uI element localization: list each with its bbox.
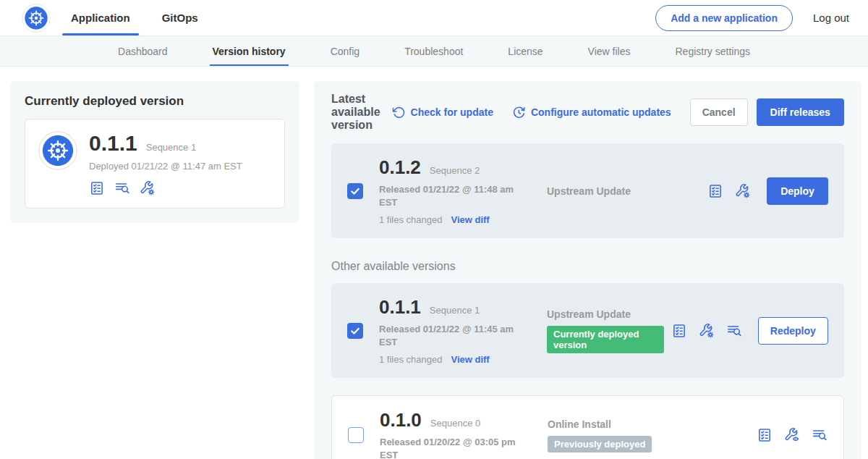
- deployed-timestamp: Deployed 01/21/22 @ 11:47 am EST: [89, 161, 242, 172]
- version-row-0-1-1: 0.1.1 Sequence 1 Released 01/21/22 @ 11:…: [331, 283, 844, 378]
- deployed-version-number: 0.1.1: [89, 131, 137, 156]
- edit-config-icon[interactable]: [140, 180, 156, 196]
- app-icon: [38, 131, 77, 170]
- deployed-sequence-label: Sequence 1: [146, 142, 196, 153]
- tab-application[interactable]: Application: [71, 0, 130, 35]
- main-content: Currently deployed version 0.1.1 Sequenc…: [0, 67, 868, 459]
- tab-gitops[interactable]: GitOps: [162, 0, 198, 35]
- version-row-0-1-0: 0.1.0 Sequence 0 Released 01/20/22 @ 03:…: [331, 395, 844, 459]
- version-actions: [757, 427, 827, 443]
- source-label: Upstream Update: [547, 185, 700, 197]
- version-source: Upstream Update Currently deployed versi…: [547, 308, 671, 353]
- version-source: Online Install Previously deployed: [548, 418, 757, 452]
- logout-link[interactable]: Log out: [813, 12, 849, 24]
- version-row-0-1-2: 0.1.2 Sequence 2 Released 01/21/22 @ 11:…: [331, 143, 844, 238]
- tab-dashboard[interactable]: Dashboard: [118, 36, 168, 66]
- logs-icon[interactable]: [812, 427, 827, 443]
- view-diff-link[interactable]: View diff: [451, 214, 489, 225]
- app-sub-nav: Dashboard Version history Config Trouble…: [0, 36, 868, 67]
- release-notes-icon[interactable]: [89, 180, 105, 196]
- deploy-button[interactable]: Deploy: [767, 177, 828, 205]
- version-checkbox-0-1-0[interactable]: [348, 427, 364, 443]
- kubernetes-logo-icon: [22, 4, 51, 33]
- tab-troubleshoot[interactable]: Troubleshoot: [404, 36, 463, 66]
- version-source: Upstream Update: [547, 185, 707, 197]
- files-changed-label: 1 files changed: [379, 354, 442, 365]
- version-history-panel: Latest available version Check for updat…: [314, 81, 861, 459]
- refresh-icon: [392, 106, 406, 119]
- top-nav: Application GitOps Add a new application…: [0, 0, 868, 36]
- released-timestamp: Released 01/20/22 @ 03:05 pm EST: [380, 436, 533, 459]
- tab-version-history[interactable]: Version history: [213, 36, 286, 66]
- version-info: 0.1.0 Sequence 0 Released 01/20/22 @ 03:…: [380, 409, 548, 459]
- tab-config[interactable]: Config: [331, 36, 359, 66]
- files-changed-label: 1 files changed: [379, 214, 442, 225]
- release-notes-icon[interactable]: [671, 323, 687, 339]
- currently-deployed-title: Currently deployed version: [25, 94, 285, 109]
- version-number: 0.1.1: [379, 296, 421, 319]
- edit-config-icon[interactable]: [735, 183, 751, 199]
- released-timestamp: Released 01/21/22 @ 11:48 am EST: [379, 183, 532, 209]
- sequence-label: Sequence 0: [430, 418, 480, 429]
- view-config-icon[interactable]: [784, 427, 800, 443]
- tab-license[interactable]: License: [508, 36, 542, 66]
- source-label: Upstream Update: [547, 308, 664, 320]
- clock-refresh-icon: [512, 106, 526, 119]
- latest-version-header: Latest available version Check for updat…: [331, 93, 844, 132]
- sequence-label: Sequence 1: [430, 305, 480, 316]
- row-gap: [331, 378, 844, 395]
- check-for-update-label: Check for update: [411, 106, 493, 118]
- latest-version-title: Latest available version: [331, 93, 380, 132]
- logs-icon[interactable]: [114, 180, 130, 196]
- sequence-label: Sequence 2: [430, 165, 480, 176]
- diff-releases-button[interactable]: Diff releases: [757, 98, 844, 126]
- edit-config-icon[interactable]: [699, 323, 715, 339]
- deployed-version-card: 0.1.1 Sequence 1 Deployed 01/21/22 @ 11:…: [25, 119, 285, 209]
- version-info: 0.1.2 Sequence 2 Released 01/21/22 @ 11:…: [379, 156, 547, 225]
- version-checkbox-0-1-1[interactable]: [347, 323, 363, 339]
- add-new-application-button[interactable]: Add a new application: [655, 5, 793, 31]
- release-notes-icon[interactable]: [707, 183, 723, 199]
- version-number: 0.1.0: [380, 409, 422, 431]
- released-timestamp: Released 01/21/22 @ 11:45 am EST: [379, 323, 532, 348]
- tab-view-files[interactable]: View files: [588, 36, 631, 66]
- release-notes-icon[interactable]: [757, 427, 773, 443]
- view-diff-link[interactable]: View diff: [451, 354, 489, 365]
- version-actions: Deploy: [707, 177, 828, 205]
- app-tabs: Application GitOps: [71, 0, 198, 35]
- version-actions: Redeploy: [671, 317, 828, 345]
- version-info: 0.1.1 Sequence 1 Released 01/21/22 @ 11:…: [379, 296, 547, 365]
- logs-icon[interactable]: [726, 323, 742, 339]
- cancel-button[interactable]: Cancel: [690, 98, 748, 126]
- previously-deployed-badge: Previously deployed: [548, 436, 652, 452]
- currently-deployed-card: Currently deployed version 0.1.1 Sequenc…: [10, 81, 299, 223]
- configure-automatic-updates-label: Configure automatic updates: [531, 106, 671, 118]
- tab-registry-settings[interactable]: Registry settings: [676, 36, 750, 66]
- deployed-version-info: 0.1.1 Sequence 1 Deployed 01/21/22 @ 11:…: [89, 131, 242, 196]
- version-number: 0.1.2: [379, 156, 421, 179]
- check-for-update-link[interactable]: Check for update: [392, 106, 493, 119]
- source-label: Online Install: [548, 418, 749, 430]
- version-checkbox-0-1-2[interactable]: [347, 183, 363, 199]
- redeploy-button[interactable]: Redeploy: [758, 317, 828, 345]
- other-versions-title: Other available versions: [331, 260, 844, 273]
- currently-deployed-badge: Currently deployed version: [547, 326, 664, 353]
- configure-automatic-updates-link[interactable]: Configure automatic updates: [512, 106, 671, 119]
